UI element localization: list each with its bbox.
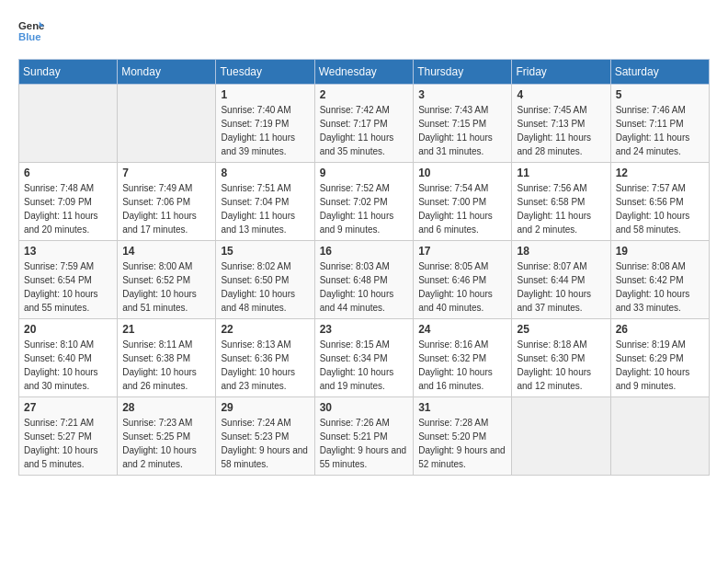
calendar-cell <box>118 85 216 163</box>
day-info: Sunrise: 7:26 AM Sunset: 5:21 PM Dayligh… <box>320 416 409 471</box>
page-header: General Blue <box>18 18 710 44</box>
day-info: Sunrise: 7:52 AM Sunset: 7:02 PM Dayligh… <box>320 181 409 236</box>
day-number: 17 <box>418 245 506 258</box>
calendar-cell: 31Sunrise: 7:28 AM Sunset: 5:20 PM Dayli… <box>414 397 512 476</box>
day-info: Sunrise: 8:03 AM Sunset: 6:48 PM Dayligh… <box>320 259 409 315</box>
day-info: Sunrise: 7:40 AM Sunset: 7:19 PM Dayligh… <box>221 103 309 158</box>
day-info: Sunrise: 8:16 AM Sunset: 6:32 PM Dayligh… <box>418 338 506 393</box>
logo-icon: General Blue <box>18 18 44 44</box>
calendar-table: SundayMondayTuesdayWednesdayThursdayFrid… <box>18 59 710 476</box>
svg-text:Blue: Blue <box>18 31 41 42</box>
day-number: 27 <box>24 401 112 414</box>
day-number: 12 <box>616 167 704 179</box>
day-number: 15 <box>221 245 309 258</box>
day-info: Sunrise: 7:59 AM Sunset: 6:54 PM Dayligh… <box>24 259 112 315</box>
calendar-cell: 28Sunrise: 7:23 AM Sunset: 5:25 PM Dayli… <box>118 397 216 476</box>
weekday-header-saturday: Saturday <box>610 60 709 85</box>
day-number: 22 <box>221 323 309 336</box>
calendar-week-3: 13Sunrise: 7:59 AM Sunset: 6:54 PM Dayli… <box>19 241 710 319</box>
day-number: 24 <box>418 323 506 336</box>
day-number: 25 <box>517 323 605 336</box>
calendar-cell: 23Sunrise: 8:15 AM Sunset: 6:34 PM Dayli… <box>314 319 414 397</box>
day-info: Sunrise: 7:49 AM Sunset: 7:06 PM Dayligh… <box>122 181 210 236</box>
day-info: Sunrise: 7:45 AM Sunset: 7:13 PM Dayligh… <box>517 103 605 158</box>
calendar-cell: 12Sunrise: 7:57 AM Sunset: 6:56 PM Dayli… <box>610 163 709 241</box>
calendar-cell: 3Sunrise: 7:43 AM Sunset: 7:15 PM Daylig… <box>414 85 512 163</box>
weekday-header-tuesday: Tuesday <box>216 60 314 85</box>
day-info: Sunrise: 7:43 AM Sunset: 7:15 PM Dayligh… <box>418 103 506 158</box>
calendar-week-4: 20Sunrise: 8:10 AM Sunset: 6:40 PM Dayli… <box>19 319 710 397</box>
logo: General Blue <box>18 18 44 44</box>
day-info: Sunrise: 8:07 AM Sunset: 6:44 PM Dayligh… <box>517 259 605 315</box>
day-info: Sunrise: 8:02 AM Sunset: 6:50 PM Dayligh… <box>221 259 309 315</box>
day-number: 18 <box>517 245 605 258</box>
weekday-header-row: SundayMondayTuesdayWednesdayThursdayFrid… <box>19 60 710 85</box>
calendar-week-5: 27Sunrise: 7:21 AM Sunset: 5:27 PM Dayli… <box>19 397 710 476</box>
day-number: 31 <box>418 401 506 414</box>
calendar-cell <box>610 397 709 476</box>
calendar-cell <box>19 85 118 163</box>
day-number: 7 <box>122 167 210 179</box>
day-number: 8 <box>221 167 309 179</box>
day-number: 30 <box>320 401 409 414</box>
day-info: Sunrise: 8:11 AM Sunset: 6:38 PM Dayligh… <box>122 338 210 393</box>
weekday-header-monday: Monday <box>118 60 216 85</box>
day-number: 21 <box>122 323 210 336</box>
calendar-cell: 8Sunrise: 7:51 AM Sunset: 7:04 PM Daylig… <box>216 163 314 241</box>
weekday-header-wednesday: Wednesday <box>314 60 414 85</box>
weekday-header-thursday: Thursday <box>414 60 512 85</box>
calendar-cell: 24Sunrise: 8:16 AM Sunset: 6:32 PM Dayli… <box>414 319 512 397</box>
day-number: 5 <box>616 88 704 101</box>
calendar-cell: 22Sunrise: 8:13 AM Sunset: 6:36 PM Dayli… <box>216 319 314 397</box>
calendar-cell: 29Sunrise: 7:24 AM Sunset: 5:23 PM Dayli… <box>216 397 314 476</box>
calendar-week-2: 6Sunrise: 7:48 AM Sunset: 7:09 PM Daylig… <box>19 163 710 241</box>
day-number: 28 <box>122 401 210 414</box>
day-info: Sunrise: 7:23 AM Sunset: 5:25 PM Dayligh… <box>122 416 210 471</box>
calendar-cell: 9Sunrise: 7:52 AM Sunset: 7:02 PM Daylig… <box>314 163 414 241</box>
calendar-cell: 14Sunrise: 8:00 AM Sunset: 6:52 PM Dayli… <box>118 241 216 319</box>
day-number: 13 <box>24 245 112 258</box>
day-number: 11 <box>517 167 605 179</box>
day-number: 4 <box>517 88 605 101</box>
weekday-header-friday: Friday <box>512 60 610 85</box>
day-info: Sunrise: 7:24 AM Sunset: 5:23 PM Dayligh… <box>221 416 309 471</box>
day-number: 20 <box>24 323 112 336</box>
day-number: 23 <box>320 323 409 336</box>
calendar-cell: 25Sunrise: 8:18 AM Sunset: 6:30 PM Dayli… <box>512 319 610 397</box>
calendar-cell: 17Sunrise: 8:05 AM Sunset: 6:46 PM Dayli… <box>414 241 512 319</box>
calendar-cell: 19Sunrise: 8:08 AM Sunset: 6:42 PM Dayli… <box>610 241 709 319</box>
day-number: 9 <box>320 167 409 179</box>
calendar-cell: 16Sunrise: 8:03 AM Sunset: 6:48 PM Dayli… <box>314 241 414 319</box>
calendar-cell: 21Sunrise: 8:11 AM Sunset: 6:38 PM Dayli… <box>118 319 216 397</box>
day-info: Sunrise: 7:46 AM Sunset: 7:11 PM Dayligh… <box>616 103 704 158</box>
day-info: Sunrise: 8:05 AM Sunset: 6:46 PM Dayligh… <box>418 259 506 315</box>
day-number: 3 <box>418 88 506 101</box>
day-number: 16 <box>320 245 409 258</box>
day-info: Sunrise: 8:08 AM Sunset: 6:42 PM Dayligh… <box>616 259 704 315</box>
calendar-week-1: 1Sunrise: 7:40 AM Sunset: 7:19 PM Daylig… <box>19 85 710 163</box>
calendar-cell: 27Sunrise: 7:21 AM Sunset: 5:27 PM Dayli… <box>19 397 118 476</box>
day-number: 19 <box>616 245 704 258</box>
day-info: Sunrise: 7:42 AM Sunset: 7:17 PM Dayligh… <box>320 103 409 158</box>
calendar-cell: 6Sunrise: 7:48 AM Sunset: 7:09 PM Daylig… <box>19 163 118 241</box>
day-info: Sunrise: 7:28 AM Sunset: 5:20 PM Dayligh… <box>418 416 506 471</box>
day-info: Sunrise: 8:15 AM Sunset: 6:34 PM Dayligh… <box>320 338 409 393</box>
weekday-header-sunday: Sunday <box>19 60 118 85</box>
day-number: 6 <box>24 167 112 179</box>
calendar-cell: 2Sunrise: 7:42 AM Sunset: 7:17 PM Daylig… <box>314 85 414 163</box>
calendar-cell: 13Sunrise: 7:59 AM Sunset: 6:54 PM Dayli… <box>19 241 118 319</box>
calendar-cell <box>512 397 610 476</box>
calendar-cell: 7Sunrise: 7:49 AM Sunset: 7:06 PM Daylig… <box>118 163 216 241</box>
day-info: Sunrise: 7:21 AM Sunset: 5:27 PM Dayligh… <box>24 416 112 471</box>
day-number: 10 <box>418 167 506 179</box>
calendar-cell: 30Sunrise: 7:26 AM Sunset: 5:21 PM Dayli… <box>314 397 414 476</box>
calendar-cell: 26Sunrise: 8:19 AM Sunset: 6:29 PM Dayli… <box>610 319 709 397</box>
calendar-cell: 20Sunrise: 8:10 AM Sunset: 6:40 PM Dayli… <box>19 319 118 397</box>
calendar-cell: 11Sunrise: 7:56 AM Sunset: 6:58 PM Dayli… <box>512 163 610 241</box>
day-info: Sunrise: 8:19 AM Sunset: 6:29 PM Dayligh… <box>616 338 704 393</box>
day-info: Sunrise: 7:56 AM Sunset: 6:58 PM Dayligh… <box>517 181 605 236</box>
day-info: Sunrise: 8:10 AM Sunset: 6:40 PM Dayligh… <box>24 338 112 393</box>
day-info: Sunrise: 8:00 AM Sunset: 6:52 PM Dayligh… <box>122 259 210 315</box>
day-info: Sunrise: 7:51 AM Sunset: 7:04 PM Dayligh… <box>221 181 309 236</box>
day-info: Sunrise: 8:13 AM Sunset: 6:36 PM Dayligh… <box>221 338 309 393</box>
